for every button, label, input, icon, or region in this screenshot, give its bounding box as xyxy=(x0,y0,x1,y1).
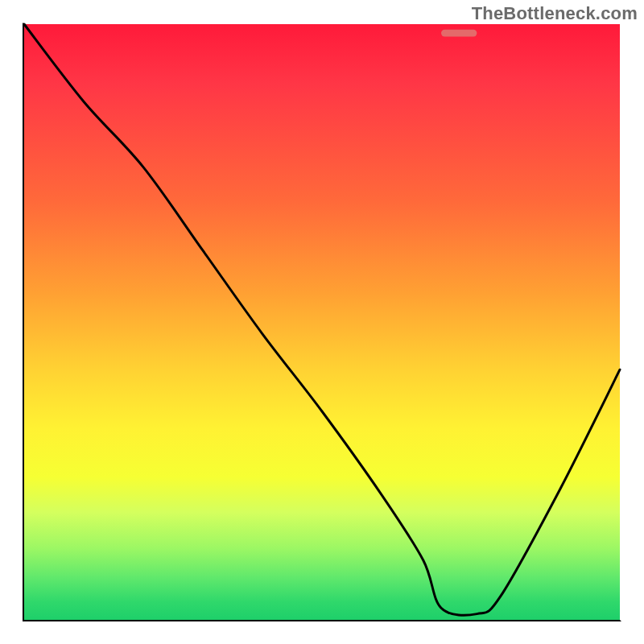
bottleneck-chart: TheBottleneck.com xyxy=(0,0,644,644)
watermark-label: TheBottleneck.com xyxy=(472,3,638,24)
chart-plot-area xyxy=(24,24,620,620)
